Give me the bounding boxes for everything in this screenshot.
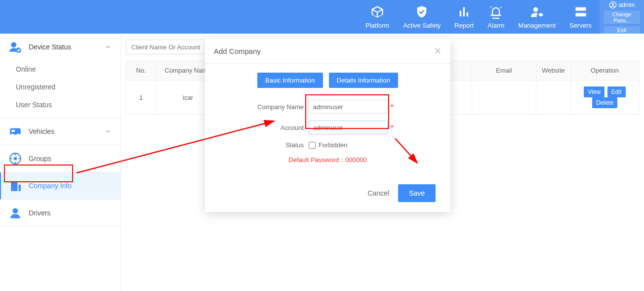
save-button[interactable]: Save [398, 184, 436, 202]
tab-details-info[interactable]: Details Information [329, 73, 398, 88]
required-marker: * [391, 124, 393, 131]
nav-report[interactable]: Report [454, 5, 474, 29]
alarm-icon [489, 5, 503, 19]
svg-rect-7 [11, 130, 15, 132]
nav-label: Active Safety [403, 22, 441, 29]
svg-point-2 [11, 42, 16, 47]
sidebar-item-drivers[interactable]: Drivers [0, 200, 121, 227]
nav-platform[interactable]: Platform [365, 5, 389, 29]
label-account: Account [220, 124, 309, 131]
sidebar-head-vehicles[interactable]: Vehicles [0, 118, 121, 145]
modal-tabs: Basic Information Details Information [220, 73, 436, 88]
change-password-button[interactable]: Change Pass... [603, 10, 641, 25]
user-panel: admin Change Pass... Exit [600, 0, 644, 34]
cell-email [472, 81, 536, 115]
sidebar-label: Vehicles [29, 127, 54, 135]
sidebar-head-device-status[interactable]: Device Status [0, 34, 121, 60]
nav-servers[interactable]: Servers [569, 5, 592, 29]
sidebar-item-online[interactable]: Online [16, 60, 121, 78]
sidebar-label: Device Status [29, 43, 71, 51]
search-input[interactable] [126, 40, 207, 54]
default-password-text: Default Password：000000 [220, 156, 436, 165]
building-icon [9, 179, 22, 192]
svg-rect-4 [10, 128, 21, 135]
server-icon [574, 5, 588, 19]
col-website: Website [536, 61, 571, 81]
label-status: Status [220, 141, 309, 149]
driver-icon [9, 207, 22, 219]
row-account: Account * [220, 121, 436, 134]
nav-management[interactable]: Management [518, 5, 556, 29]
svg-point-9 [14, 157, 17, 161]
sidebar-label: Company Info [29, 182, 72, 190]
edit-button[interactable]: Edit [607, 86, 626, 97]
shield-icon [415, 5, 429, 19]
user-row[interactable]: admin [609, 1, 635, 9]
row-company-name: Company Name * [220, 100, 436, 114]
input-company-name[interactable] [309, 100, 388, 114]
label-company-name: Company Name [220, 103, 309, 111]
sidebar-label: Drivers [29, 209, 50, 217]
device-status-subitems: Online Unregistered User Status [0, 60, 121, 118]
user-icon [609, 1, 617, 9]
col-operation: Operation [571, 61, 639, 81]
groups-icon [9, 152, 22, 165]
sidebar-item-groups[interactable]: Groups [0, 145, 121, 172]
input-account[interactable] [309, 121, 388, 134]
box-icon [370, 5, 384, 19]
top-navigation: Platform Active Safety Report Alarm Mana… [0, 0, 644, 34]
nav-label: Management [518, 22, 556, 29]
svg-point-10 [13, 208, 18, 213]
delete-button[interactable]: Delete [592, 97, 617, 108]
chevron-up-icon [105, 43, 112, 50]
add-company-modal: Add Company ✕ Basic Information Details … [205, 39, 450, 212]
nav-active-safety[interactable]: Active Safety [403, 5, 441, 29]
nav-alarm[interactable]: Alarm [487, 5, 504, 29]
nav-label: Report [454, 22, 474, 29]
vehicle-icon [9, 125, 22, 138]
close-icon[interactable]: ✕ [434, 45, 442, 56]
sidebar-label: Groups [29, 155, 51, 163]
chevron-down-icon [105, 128, 112, 135]
sidebar-group-device-status: Device Status Online Unregistered User S… [0, 34, 121, 118]
col-no: No. [126, 61, 156, 81]
nav-label: Servers [569, 22, 592, 29]
chart-icon [457, 5, 471, 19]
cancel-button[interactable]: Cancel [367, 189, 389, 197]
svg-point-5 [11, 133, 13, 135]
col-email: Email [472, 61, 536, 81]
view-button[interactable]: View [584, 86, 604, 97]
cell-operation: View Edit Delete [571, 81, 639, 115]
sidebar-item-user-status[interactable]: User Status [16, 96, 121, 114]
modal-body: Basic Information Details Information Co… [205, 64, 450, 177]
cell-no: 1 [126, 81, 156, 115]
modal-title: Add Company [214, 47, 261, 55]
nav-label: Alarm [487, 22, 504, 29]
sidebar: Device Status Online Unregistered User S… [0, 34, 121, 291]
svg-point-1 [612, 3, 614, 5]
sidebar-item-company-info[interactable]: Company Info [0, 172, 121, 200]
svg-point-6 [17, 133, 19, 135]
device-status-icon [9, 41, 22, 53]
nav-items: Platform Active Safety Report Alarm Mana… [365, 5, 592, 29]
checkbox-forbidden-wrap[interactable]: Forbidden [309, 141, 348, 149]
cell-website [536, 81, 571, 115]
row-status: Status Forbidden [220, 141, 436, 149]
sidebar-item-unregistered[interactable]: Unregistered [16, 78, 121, 96]
user-gear-icon [530, 5, 544, 19]
modal-header: Add Company ✕ [205, 39, 450, 64]
nav-label: Platform [365, 22, 389, 29]
tab-basic-info[interactable]: Basic Information [257, 73, 322, 88]
label-forbidden: Forbidden [319, 141, 348, 149]
checkbox-forbidden[interactable] [309, 142, 316, 149]
username: admin [619, 1, 635, 8]
modal-footer: Cancel Save [205, 177, 450, 212]
required-marker: * [391, 103, 393, 111]
